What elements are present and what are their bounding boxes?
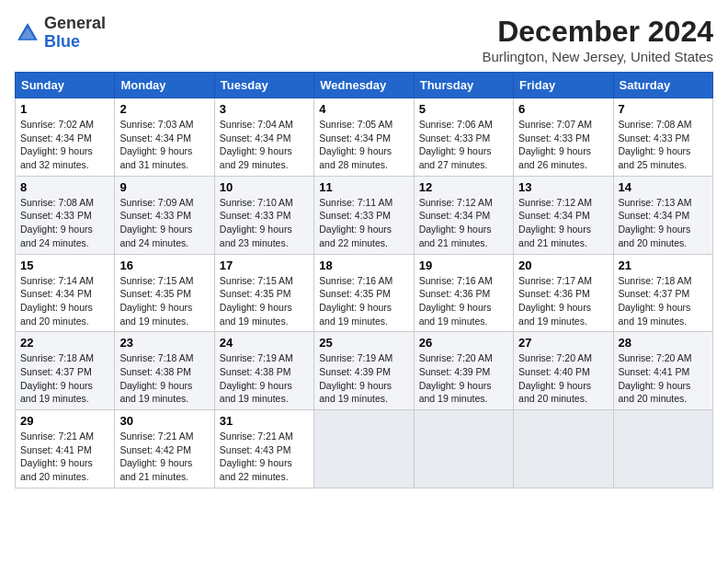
location-subtitle: Burlington, New Jersey, United States: [482, 49, 713, 64]
day-info: Sunrise: 7:14 AMSunset: 4:34 PMDaylight:…: [20, 274, 109, 328]
calendar-cell: 9Sunrise: 7:09 AMSunset: 4:33 PMDaylight…: [115, 176, 214, 254]
calendar-cell: 18Sunrise: 7:16 AMSunset: 4:35 PMDayligh…: [314, 254, 414, 332]
calendar-cell: 2Sunrise: 7:03 AMSunset: 4:34 PMDaylight…: [115, 98, 214, 177]
day-number: 17: [220, 259, 309, 272]
day-number: 27: [518, 336, 608, 350]
calendar-cell: 31Sunrise: 7:21 AMSunset: 4:43 PMDayligh…: [214, 410, 313, 488]
title-area: December 2024 Burlington, New Jersey, Un…: [482, 15, 713, 64]
day-info: Sunrise: 7:15 AMSunset: 4:35 PMDaylight:…: [220, 274, 309, 328]
calendar-cell: 3Sunrise: 7:04 AMSunset: 4:34 PMDaylight…: [214, 98, 313, 177]
day-info: Sunrise: 7:21 AMSunset: 4:42 PMDaylight:…: [119, 430, 209, 484]
day-info: Sunrise: 7:10 AMSunset: 4:33 PMDaylight:…: [220, 196, 309, 250]
calendar-cell: 16Sunrise: 7:15 AMSunset: 4:35 PMDayligh…: [115, 254, 214, 332]
day-number: 21: [619, 259, 708, 272]
day-number: 4: [319, 102, 408, 116]
day-info: Sunrise: 7:15 AMSunset: 4:35 PMDaylight:…: [119, 274, 209, 328]
calendar-cell: 4Sunrise: 7:05 AMSunset: 4:34 PMDaylight…: [314, 98, 414, 177]
day-number: 28: [619, 336, 708, 350]
weekday-header-row: SundayMondayTuesdayWednesdayThursdayFrid…: [16, 73, 713, 98]
day-info: Sunrise: 7:18 AMSunset: 4:37 PMDaylight:…: [619, 274, 708, 328]
day-number: 9: [119, 180, 209, 194]
day-info: Sunrise: 7:07 AMSunset: 4:33 PMDaylight:…: [518, 118, 608, 172]
calendar-table: SundayMondayTuesdayWednesdayThursdayFrid…: [15, 72, 713, 488]
calendar-cell: 28Sunrise: 7:20 AMSunset: 4:41 PMDayligh…: [613, 332, 712, 410]
calendar-cell: 6Sunrise: 7:07 AMSunset: 4:33 PMDaylight…: [514, 98, 613, 177]
day-info: Sunrise: 7:19 AMSunset: 4:38 PMDaylight:…: [220, 351, 309, 406]
day-number: 30: [119, 414, 209, 428]
day-info: Sunrise: 7:08 AMSunset: 4:33 PMDaylight:…: [20, 196, 109, 250]
day-info: Sunrise: 7:20 AMSunset: 4:40 PMDaylight:…: [518, 351, 608, 406]
day-info: Sunrise: 7:20 AMSunset: 4:41 PMDaylight:…: [619, 351, 708, 406]
day-number: 12: [419, 180, 508, 194]
calendar-cell: 1Sunrise: 7:02 AMSunset: 4:34 PMDaylight…: [16, 98, 115, 177]
day-number: 15: [20, 259, 109, 272]
month-title: December 2024: [482, 15, 713, 49]
day-number: 22: [20, 336, 109, 350]
day-number: 5: [419, 102, 508, 116]
calendar-cell: 7Sunrise: 7:08 AMSunset: 4:33 PMDaylight…: [613, 98, 712, 177]
day-info: Sunrise: 7:11 AMSunset: 4:33 PMDaylight:…: [319, 196, 408, 250]
day-info: Sunrise: 7:09 AMSunset: 4:33 PMDaylight:…: [119, 196, 209, 250]
weekday-header-saturday: Saturday: [613, 73, 712, 98]
day-info: Sunrise: 7:21 AMSunset: 4:41 PMDaylight:…: [20, 430, 109, 484]
calendar-cell: 10Sunrise: 7:10 AMSunset: 4:33 PMDayligh…: [214, 176, 313, 254]
day-number: 19: [419, 259, 508, 272]
day-number: 26: [419, 336, 508, 350]
logo-icon: [15, 20, 40, 46]
calendar-cell: 24Sunrise: 7:19 AMSunset: 4:38 PMDayligh…: [214, 332, 313, 410]
calendar-cell: 17Sunrise: 7:15 AMSunset: 4:35 PMDayligh…: [214, 254, 313, 332]
day-number: 29: [20, 414, 109, 428]
day-info: Sunrise: 7:08 AMSunset: 4:33 PMDaylight:…: [619, 118, 708, 172]
calendar-cell: 8Sunrise: 7:08 AMSunset: 4:33 PMDaylight…: [16, 176, 115, 254]
logo-text: General Blue: [44, 15, 106, 52]
calendar-cell: 22Sunrise: 7:18 AMSunset: 4:37 PMDayligh…: [16, 332, 115, 410]
day-info: Sunrise: 7:21 AMSunset: 4:43 PMDaylight:…: [220, 430, 309, 484]
calendar-cell: [414, 410, 513, 488]
day-number: 20: [518, 259, 608, 272]
day-number: 3: [220, 102, 309, 116]
day-number: 1: [20, 102, 109, 116]
day-info: Sunrise: 7:13 AMSunset: 4:34 PMDaylight:…: [619, 196, 708, 250]
calendar-cell: 27Sunrise: 7:20 AMSunset: 4:40 PMDayligh…: [514, 332, 613, 410]
day-info: Sunrise: 7:18 AMSunset: 4:37 PMDaylight:…: [20, 351, 109, 406]
day-info: Sunrise: 7:19 AMSunset: 4:39 PMDaylight:…: [319, 351, 408, 406]
calendar-cell: 11Sunrise: 7:11 AMSunset: 4:33 PMDayligh…: [314, 176, 414, 254]
calendar-cell: 12Sunrise: 7:12 AMSunset: 4:34 PMDayligh…: [414, 176, 513, 254]
calendar-cell: 26Sunrise: 7:20 AMSunset: 4:39 PMDayligh…: [414, 332, 513, 410]
day-number: 7: [619, 102, 708, 116]
day-number: 11: [319, 180, 408, 194]
day-number: 2: [119, 102, 209, 116]
calendar-cell: 23Sunrise: 7:18 AMSunset: 4:38 PMDayligh…: [115, 332, 214, 410]
day-number: 31: [220, 414, 309, 428]
day-number: 16: [119, 259, 209, 272]
calendar-cell: 30Sunrise: 7:21 AMSunset: 4:42 PMDayligh…: [115, 410, 214, 488]
calendar-cell: 25Sunrise: 7:19 AMSunset: 4:39 PMDayligh…: [314, 332, 414, 410]
day-number: 10: [220, 180, 309, 194]
day-info: Sunrise: 7:16 AMSunset: 4:36 PMDaylight:…: [419, 274, 508, 328]
calendar-cell: 13Sunrise: 7:12 AMSunset: 4:34 PMDayligh…: [514, 176, 613, 254]
calendar-cell: 5Sunrise: 7:06 AMSunset: 4:33 PMDaylight…: [414, 98, 513, 177]
calendar-cell: [314, 410, 414, 488]
day-info: Sunrise: 7:05 AMSunset: 4:34 PMDaylight:…: [319, 118, 408, 172]
weekday-header-thursday: Thursday: [414, 73, 513, 98]
day-number: 14: [619, 180, 708, 194]
day-number: 18: [319, 259, 408, 272]
calendar-cell: 19Sunrise: 7:16 AMSunset: 4:36 PMDayligh…: [414, 254, 513, 332]
calendar-cell: [613, 410, 712, 488]
logo-blue: Blue: [44, 32, 80, 51]
day-number: 6: [518, 102, 608, 116]
day-number: 25: [319, 336, 408, 350]
day-info: Sunrise: 7:02 AMSunset: 4:34 PMDaylight:…: [20, 118, 109, 172]
calendar-cell: 14Sunrise: 7:13 AMSunset: 4:34 PMDayligh…: [613, 176, 712, 254]
calendar-week-row: 29Sunrise: 7:21 AMSunset: 4:41 PMDayligh…: [16, 410, 713, 488]
day-number: 24: [220, 336, 309, 350]
day-info: Sunrise: 7:17 AMSunset: 4:36 PMDaylight:…: [518, 274, 608, 328]
weekday-header-monday: Monday: [115, 73, 214, 98]
weekday-header-tuesday: Tuesday: [214, 73, 313, 98]
calendar-week-row: 22Sunrise: 7:18 AMSunset: 4:37 PMDayligh…: [16, 332, 713, 410]
day-number: 8: [20, 180, 109, 194]
calendar-week-row: 8Sunrise: 7:08 AMSunset: 4:33 PMDaylight…: [16, 176, 713, 254]
header: General Blue December 2024 Burlington, N…: [15, 15, 713, 64]
calendar-week-row: 1Sunrise: 7:02 AMSunset: 4:34 PMDaylight…: [16, 98, 713, 177]
calendar-week-row: 15Sunrise: 7:14 AMSunset: 4:34 PMDayligh…: [16, 254, 713, 332]
